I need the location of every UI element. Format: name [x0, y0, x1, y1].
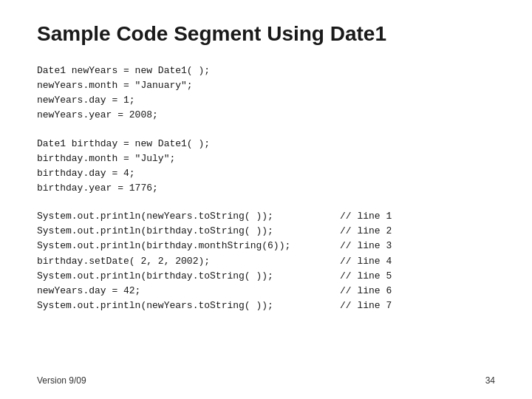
- slide: Sample Code Segment Using Date1 Date1 ne…: [0, 0, 532, 399]
- code-line: newYears.month = "January";: [37, 78, 495, 93]
- code-section-2: Date1 birthday = new Date1( ); birthday.…: [37, 137, 495, 197]
- code-text: newYears.day = 1;: [37, 93, 135, 108]
- code-text: birthday.day = 4;: [37, 166, 135, 181]
- code-line: System.out.println(newYears.toString( ))…: [37, 299, 495, 313]
- code-text: newYears.day = 42;: [37, 284, 325, 299]
- code-text: System.out.println(birthday.toString( ))…: [37, 224, 325, 239]
- code-section-3: System.out.println(newYears.toString( ))…: [37, 209, 495, 313]
- code-comment: // line 5: [340, 269, 392, 284]
- code-line: System.out.println(birthday.toString( ))…: [37, 269, 495, 284]
- page-title: Sample Code Segment Using Date1: [37, 22, 495, 46]
- code-comment: // line 1: [340, 209, 392, 224]
- code-comment: // line 7: [340, 299, 392, 313]
- code-comment: // line 4: [340, 254, 392, 269]
- code-text: System.out.println(newYears.toString( ))…: [37, 299, 325, 313]
- code-text: Date1 birthday = new Date1( );: [37, 137, 210, 151]
- code-section-1: Date1 newYears = new Date1( ); newYears.…: [37, 64, 495, 123]
- code-text: System.out.println(birthday.toString( ))…: [37, 269, 325, 284]
- code-text: birthday.setDate( 2, 2, 2002);: [37, 254, 325, 269]
- code-line: Date1 birthday = new Date1( );: [37, 137, 495, 151]
- code-line: birthday.year = 1776;: [37, 181, 495, 196]
- page-number: 34: [485, 375, 495, 386]
- code-block: Date1 newYears = new Date1( ); newYears.…: [37, 64, 495, 313]
- code-line: System.out.println(birthday.monthString(…: [37, 239, 495, 253]
- code-text: birthday.year = 1776;: [37, 181, 158, 196]
- footer: Version 9/09 34: [37, 375, 495, 386]
- code-text: System.out.println(birthday.monthString(…: [37, 239, 325, 253]
- code-line: System.out.println(birthday.toString( ))…: [37, 224, 495, 239]
- code-comment: // line 3: [340, 239, 392, 253]
- code-text: newYears.year = 2008;: [37, 108, 158, 123]
- code-line: Date1 newYears = new Date1( );: [37, 64, 495, 78]
- version-label: Version 9/09: [37, 375, 86, 386]
- code-text: birthday.month = "July";: [37, 151, 175, 166]
- code-line: newYears.day = 1;: [37, 93, 495, 108]
- code-text: newYears.month = "January";: [37, 78, 193, 93]
- code-text: System.out.println(newYears.toString( ))…: [37, 209, 325, 224]
- code-line: birthday.day = 4;: [37, 166, 495, 181]
- code-line: newYears.year = 2008;: [37, 108, 495, 123]
- code-text: Date1 newYears = new Date1( );: [37, 64, 210, 78]
- code-line: birthday.month = "July";: [37, 151, 495, 166]
- code-line: System.out.println(newYears.toString( ))…: [37, 209, 495, 224]
- code-line: birthday.setDate( 2, 2, 2002);// line 4: [37, 254, 495, 269]
- code-comment: // line 2: [340, 224, 392, 239]
- code-line: newYears.day = 42;// line 6: [37, 284, 495, 299]
- code-comment: // line 6: [340, 284, 392, 299]
